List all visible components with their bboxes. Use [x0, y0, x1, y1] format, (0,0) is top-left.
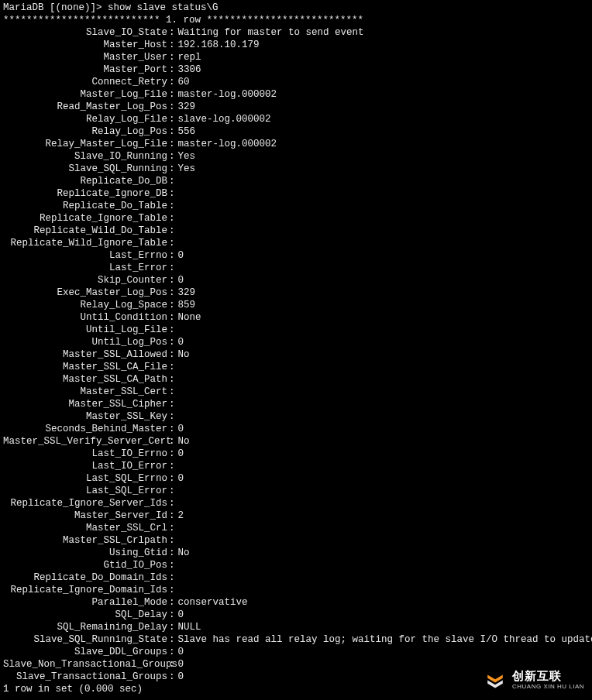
status-row: Replicate_Do_Table:	[3, 200, 589, 212]
status-row: Master_SSL_Key:	[3, 410, 589, 423]
status-label: Slave_DDL_Groups	[3, 646, 169, 658]
status-value: 0	[178, 337, 184, 348]
status-row: Using_Gtid:No	[3, 547, 589, 559]
status-row: Replicate_Wild_Ignore_Table:	[3, 237, 589, 249]
status-label: Master_Port	[3, 63, 169, 76]
status-value: 0	[178, 671, 184, 682]
status-row: Slave_SQL_Running_State:Slave has read a…	[3, 633, 589, 646]
status-label: Last_IO_Error	[3, 460, 169, 472]
status-label: Slave_Transactional_Groups	[3, 671, 169, 683]
status-label: SQL_Delay	[3, 609, 169, 621]
status-label: Last_Error	[3, 262, 169, 274]
status-value: 329	[178, 287, 196, 298]
colon: :	[169, 436, 178, 447]
colon: :	[169, 201, 178, 211]
colon: :	[169, 399, 178, 410]
status-label: Slave_IO_Running	[3, 150, 169, 163]
status-label: Slave_SQL_Running	[3, 163, 169, 175]
colon: :	[169, 213, 178, 224]
status-label: Using_Gtid	[3, 547, 169, 559]
status-row: Until_Condition:None	[3, 311, 589, 324]
status-label: Master_User	[3, 51, 169, 63]
colon: :	[169, 362, 178, 372]
status-label: Exec_Master_Log_Pos	[3, 287, 169, 299]
status-label: Last_SQL_Error	[3, 485, 169, 497]
status-value: No	[178, 547, 190, 558]
status-value: 0	[178, 448, 184, 459]
status-label: Seconds_Behind_Master	[3, 423, 169, 435]
status-row: SQL_Remaining_Delay:NULL	[3, 621, 589, 633]
status-value: 0	[178, 473, 184, 484]
status-row: Gtid_IO_Pos:	[3, 559, 589, 571]
status-value: 0	[178, 647, 184, 657]
status-label: Master_Host	[3, 39, 169, 51]
status-label: Relay_Log_Space	[3, 299, 169, 311]
status-label: Replicate_Do_Domain_Ids	[3, 571, 169, 584]
status-row: Last_Errno:0	[3, 249, 589, 262]
status-row: Master_User:repl	[3, 51, 589, 63]
status-label: Replicate_Ignore_DB	[3, 187, 169, 200]
colon: :	[169, 547, 178, 558]
colon: :	[169, 126, 178, 137]
status-value: 2	[178, 510, 184, 521]
colon: :	[169, 671, 178, 682]
colon: :	[169, 312, 178, 323]
status-row: Until_Log_Pos:0	[3, 336, 589, 348]
status-row: Master_SSL_CA_File:	[3, 361, 589, 373]
status-output: Slave_IO_State:Waiting for master to sen…	[3, 26, 589, 683]
status-value: 329	[178, 101, 196, 112]
status-label: Master_SSL_Key	[3, 410, 169, 423]
status-label: Replicate_Do_DB	[3, 175, 169, 187]
colon: :	[169, 386, 178, 397]
status-value: master-log.000002	[178, 89, 277, 100]
status-value: 0	[178, 275, 184, 286]
status-row: Replicate_Ignore_DB:	[3, 187, 589, 200]
watermark-en: CHUANG XIN HU LIAN	[512, 681, 584, 692]
colon: :	[169, 39, 178, 50]
colon: :	[169, 163, 178, 174]
colon: :	[169, 238, 178, 249]
colon: :	[169, 473, 178, 484]
status-row: Relay_Log_Pos:556	[3, 125, 589, 138]
status-value: 0	[178, 609, 184, 620]
status-label: Relay_Log_File	[3, 113, 169, 125]
status-value: repl	[178, 52, 201, 63]
colon: :	[169, 275, 178, 286]
status-value: 60	[178, 77, 190, 88]
colon: :	[169, 461, 178, 472]
colon: :	[169, 585, 178, 595]
colon: :	[169, 225, 178, 236]
colon: :	[169, 486, 178, 496]
status-row: Read_Master_Log_Pos:329	[3, 101, 589, 113]
status-row: Master_SSL_Allowed:No	[3, 348, 589, 361]
colon: :	[169, 89, 178, 100]
status-row: Slave_DDL_Groups:0	[3, 646, 589, 658]
status-row: Slave_Non_Transactional_Groups:0	[3, 658, 589, 671]
colon: :	[169, 287, 178, 298]
status-row: Master_SSL_Crl:	[3, 522, 589, 534]
colon: :	[169, 300, 178, 311]
command-text[interactable]: show slave status\G	[108, 2, 219, 13]
status-label: Slave_Non_Transactional_Groups	[3, 658, 169, 671]
status-value: NULL	[178, 622, 201, 633]
colon: :	[169, 188, 178, 199]
status-row: Replicate_Ignore_Table:	[3, 212, 589, 225]
status-label: Parallel_Mode	[3, 596, 169, 609]
colon: :	[169, 498, 178, 509]
colon: :	[169, 448, 178, 459]
status-row: Master_SSL_Cipher:	[3, 398, 589, 410]
watermark-logo-icon	[484, 671, 506, 692]
watermark: 创新互联 CHUANG XIN HU LIAN	[484, 671, 584, 692]
status-value: conservative	[178, 597, 248, 608]
status-row: Exec_Master_Log_Pos:329	[3, 287, 589, 299]
status-row: Until_Log_File:	[3, 324, 589, 336]
status-label: Until_Log_File	[3, 324, 169, 336]
status-value: 0	[178, 250, 184, 261]
status-row: Slave_SQL_Running:Yes	[3, 163, 589, 175]
colon: :	[169, 52, 178, 63]
status-label: Master_SSL_CA_Path	[3, 373, 169, 386]
status-label: Master_SSL_Crl	[3, 522, 169, 534]
colon: :	[169, 572, 178, 583]
colon: :	[169, 622, 178, 633]
colon: :	[169, 101, 178, 112]
